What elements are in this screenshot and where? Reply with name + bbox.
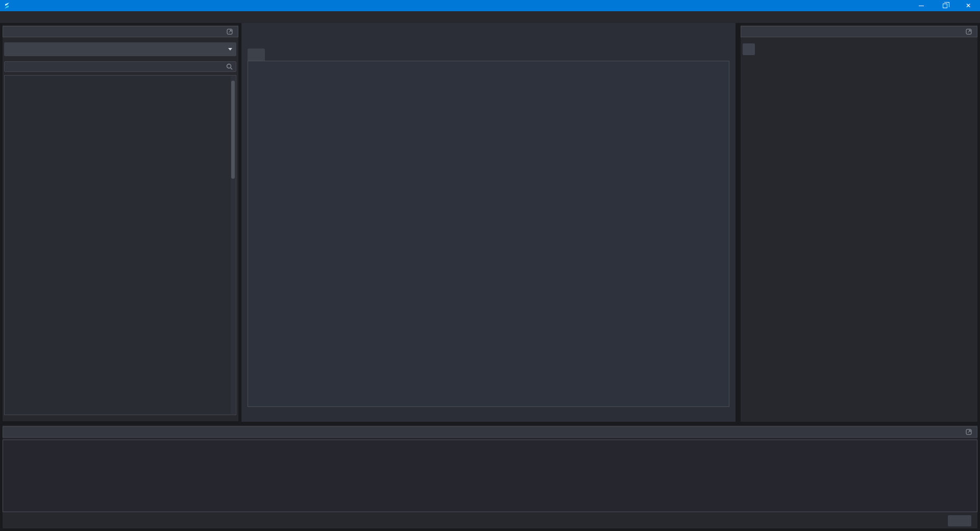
logger-output: [3, 440, 977, 512]
main-toolbar: [241, 25, 736, 47]
document-tab[interactable]: [248, 49, 265, 61]
node-graph-canvas[interactable]: [248, 61, 729, 407]
inspector-node-tab[interactable]: [743, 43, 755, 55]
node-type-list: [4, 75, 236, 415]
inspector-panel-header: [741, 26, 977, 37]
undock-icon[interactable]: [966, 29, 972, 35]
chevron-down-icon: [224, 42, 236, 56]
scrollbar-track[interactable]: [231, 76, 235, 414]
title-bar: ✕: [0, 0, 980, 11]
undock-icon[interactable]: [227, 29, 233, 35]
nodes-panel-header: [3, 26, 238, 37]
nodes-panel: [3, 25, 238, 421]
logger-panel-header: [3, 426, 977, 438]
app-logo-icon: [4, 2, 10, 9]
minimize-button[interactable]: [910, 0, 933, 11]
logger-panel: [3, 425, 977, 528]
node-search: [4, 61, 236, 72]
menu-bar: [0, 11, 980, 23]
search-input[interactable]: [5, 64, 226, 70]
close-button[interactable]: ✕: [957, 0, 980, 11]
undock-icon[interactable]: [966, 429, 972, 435]
maximize-button[interactable]: [933, 0, 957, 11]
node-filter-dropdown[interactable]: [4, 42, 236, 56]
scrollbar-thumb[interactable]: [231, 81, 235, 179]
search-icon: [226, 63, 233, 70]
inspector-panel: [741, 25, 977, 422]
graph-area: [241, 23, 736, 422]
clear-button[interactable]: [948, 515, 971, 526]
